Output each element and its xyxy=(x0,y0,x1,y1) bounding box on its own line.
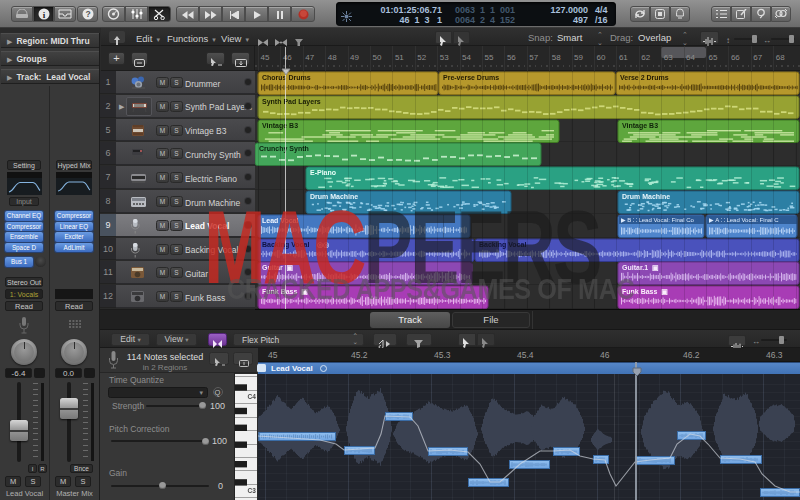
svg-text:?: ? xyxy=(85,9,90,19)
